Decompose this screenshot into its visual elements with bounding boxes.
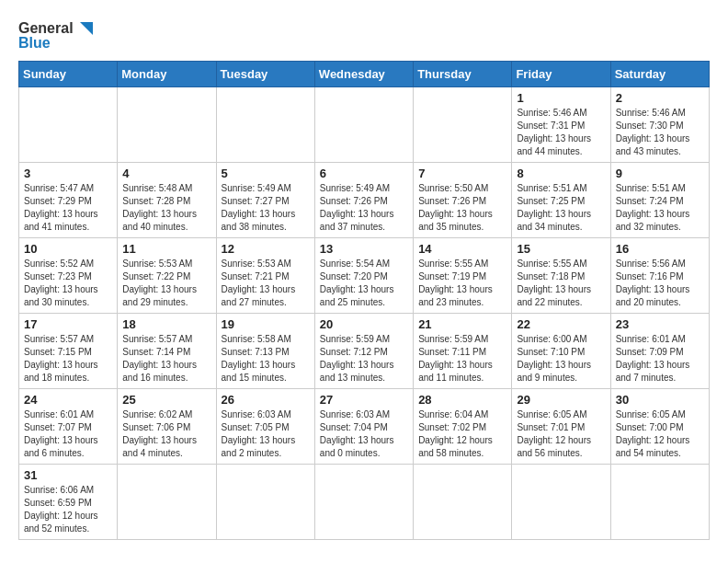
- day-number: 27: [320, 393, 408, 407]
- calendar-week-row: 1Sunrise: 5:46 AM Sunset: 7:31 PM Daylig…: [19, 87, 710, 163]
- logo-triangle-icon: [76, 18, 97, 39]
- calendar-cell: 31Sunrise: 6:06 AM Sunset: 6:59 PM Dayli…: [19, 465, 118, 540]
- calendar-week-row: 3Sunrise: 5:47 AM Sunset: 7:29 PM Daylig…: [19, 163, 710, 238]
- calendar-cell: 5Sunrise: 5:49 AM Sunset: 7:27 PM Daylig…: [216, 163, 314, 238]
- calendar-cell: [314, 87, 413, 163]
- day-number: 22: [517, 317, 605, 331]
- day-info: Sunrise: 5:50 AM Sunset: 7:26 PM Dayligh…: [418, 182, 506, 234]
- day-info: Sunrise: 5:57 AM Sunset: 7:15 PM Dayligh…: [24, 333, 112, 385]
- calendar-cell: 6Sunrise: 5:49 AM Sunset: 7:26 PM Daylig…: [314, 163, 413, 238]
- logo: General Blue: [18, 18, 97, 52]
- day-info: Sunrise: 5:59 AM Sunset: 7:12 PM Dayligh…: [320, 333, 408, 385]
- calendar-cell: 29Sunrise: 6:05 AM Sunset: 7:01 PM Dayli…: [512, 389, 610, 465]
- day-number: 25: [122, 393, 210, 407]
- calendar-cell: 17Sunrise: 5:57 AM Sunset: 7:15 PM Dayli…: [19, 314, 118, 389]
- day-info: Sunrise: 5:51 AM Sunset: 7:24 PM Dayligh…: [616, 182, 704, 234]
- day-number: 1: [517, 91, 605, 105]
- calendar-cell: 24Sunrise: 6:01 AM Sunset: 7:07 PM Dayli…: [19, 389, 118, 465]
- day-info: Sunrise: 5:54 AM Sunset: 7:20 PM Dayligh…: [320, 258, 408, 309]
- day-number: 14: [418, 242, 506, 256]
- calendar-cell: 10Sunrise: 5:52 AM Sunset: 7:23 PM Dayli…: [19, 238, 118, 314]
- day-info: Sunrise: 5:55 AM Sunset: 7:19 PM Dayligh…: [418, 258, 506, 309]
- calendar-week-row: 17Sunrise: 5:57 AM Sunset: 7:15 PM Dayli…: [19, 314, 710, 389]
- calendar-week-row: 31Sunrise: 6:06 AM Sunset: 6:59 PM Dayli…: [19, 465, 710, 540]
- day-number: 6: [320, 167, 408, 180]
- day-number: 12: [222, 242, 310, 256]
- day-number: 3: [24, 167, 112, 180]
- day-info: Sunrise: 6:06 AM Sunset: 6:59 PM Dayligh…: [24, 484, 112, 535]
- calendar-cell: 25Sunrise: 6:02 AM Sunset: 7:06 PM Dayli…: [118, 389, 216, 465]
- calendar-cell: 2Sunrise: 5:46 AM Sunset: 7:30 PM Daylig…: [610, 87, 709, 163]
- day-info: Sunrise: 6:05 AM Sunset: 7:01 PM Dayligh…: [517, 408, 605, 460]
- calendar-cell: 16Sunrise: 5:56 AM Sunset: 7:16 PM Dayli…: [610, 238, 709, 314]
- day-info: Sunrise: 5:51 AM Sunset: 7:25 PM Dayligh…: [517, 182, 605, 234]
- calendar-cell: [414, 87, 512, 163]
- calendar-cell: 22Sunrise: 6:00 AM Sunset: 7:10 PM Dayli…: [512, 314, 610, 389]
- day-info: Sunrise: 5:49 AM Sunset: 7:27 PM Dayligh…: [222, 182, 310, 234]
- day-number: 7: [418, 167, 506, 180]
- calendar-cell: [512, 465, 610, 540]
- day-info: Sunrise: 5:58 AM Sunset: 7:13 PM Dayligh…: [222, 333, 310, 385]
- weekday-header-wednesday: Wednesday: [314, 62, 413, 87]
- calendar-cell: [118, 465, 216, 540]
- calendar-cell: 4Sunrise: 5:48 AM Sunset: 7:28 PM Daylig…: [118, 163, 216, 238]
- calendar-cell: [216, 87, 314, 163]
- calendar-cell: [216, 465, 314, 540]
- day-number: 21: [418, 317, 506, 331]
- day-number: 11: [122, 242, 210, 256]
- day-info: Sunrise: 5:55 AM Sunset: 7:18 PM Dayligh…: [517, 258, 605, 309]
- calendar-cell: 15Sunrise: 5:55 AM Sunset: 7:18 PM Dayli…: [512, 238, 610, 314]
- calendar-cell: 28Sunrise: 6:04 AM Sunset: 7:02 PM Dayli…: [414, 389, 512, 465]
- calendar-cell: 20Sunrise: 5:59 AM Sunset: 7:12 PM Dayli…: [314, 314, 413, 389]
- calendar-cell: 18Sunrise: 5:57 AM Sunset: 7:14 PM Dayli…: [118, 314, 216, 389]
- day-number: 19: [222, 317, 310, 331]
- day-info: Sunrise: 5:48 AM Sunset: 7:28 PM Dayligh…: [122, 182, 210, 234]
- weekday-header-thursday: Thursday: [414, 62, 512, 87]
- day-number: 24: [24, 393, 112, 407]
- day-number: 15: [517, 242, 605, 256]
- calendar-cell: 12Sunrise: 5:53 AM Sunset: 7:21 PM Dayli…: [216, 238, 314, 314]
- day-number: 4: [122, 167, 210, 180]
- day-info: Sunrise: 6:00 AM Sunset: 7:10 PM Dayligh…: [517, 333, 605, 385]
- weekday-header-tuesday: Tuesday: [216, 62, 314, 87]
- day-number: 18: [122, 317, 210, 331]
- calendar-header-row: SundayMondayTuesdayWednesdayThursdayFrid…: [19, 62, 710, 87]
- day-number: 31: [24, 468, 112, 482]
- day-info: Sunrise: 5:57 AM Sunset: 7:14 PM Dayligh…: [122, 333, 210, 385]
- weekday-header-sunday: Sunday: [19, 62, 118, 87]
- day-number: 20: [320, 317, 408, 331]
- calendar-cell: 13Sunrise: 5:54 AM Sunset: 7:20 PM Dayli…: [314, 238, 413, 314]
- day-info: Sunrise: 6:03 AM Sunset: 7:05 PM Dayligh…: [222, 408, 310, 460]
- calendar-cell: 7Sunrise: 5:50 AM Sunset: 7:26 PM Daylig…: [414, 163, 512, 238]
- day-info: Sunrise: 6:03 AM Sunset: 7:04 PM Dayligh…: [320, 408, 408, 460]
- calendar-cell: 26Sunrise: 6:03 AM Sunset: 7:05 PM Dayli…: [216, 389, 314, 465]
- day-info: Sunrise: 6:01 AM Sunset: 7:09 PM Dayligh…: [616, 333, 704, 385]
- calendar-cell: [19, 87, 118, 163]
- day-info: Sunrise: 6:01 AM Sunset: 7:07 PM Dayligh…: [24, 408, 112, 460]
- day-info: Sunrise: 5:59 AM Sunset: 7:11 PM Dayligh…: [418, 333, 506, 385]
- day-info: Sunrise: 5:49 AM Sunset: 7:26 PM Dayligh…: [320, 182, 408, 234]
- calendar-week-row: 10Sunrise: 5:52 AM Sunset: 7:23 PM Dayli…: [19, 238, 710, 314]
- calendar-cell: 30Sunrise: 6:05 AM Sunset: 7:00 PM Dayli…: [610, 389, 709, 465]
- day-info: Sunrise: 5:46 AM Sunset: 7:30 PM Dayligh…: [616, 107, 704, 158]
- day-info: Sunrise: 5:52 AM Sunset: 7:23 PM Dayligh…: [24, 258, 112, 309]
- calendar-cell: [414, 465, 512, 540]
- day-info: Sunrise: 5:53 AM Sunset: 7:21 PM Dayligh…: [222, 258, 310, 309]
- day-info: Sunrise: 5:47 AM Sunset: 7:29 PM Dayligh…: [24, 182, 112, 234]
- calendar-cell: 11Sunrise: 5:53 AM Sunset: 7:22 PM Dayli…: [118, 238, 216, 314]
- day-info: Sunrise: 5:46 AM Sunset: 7:31 PM Dayligh…: [517, 107, 605, 158]
- day-number: 10: [24, 242, 112, 256]
- calendar-table: SundayMondayTuesdayWednesdayThursdayFrid…: [18, 61, 710, 540]
- day-info: Sunrise: 6:05 AM Sunset: 7:00 PM Dayligh…: [616, 408, 704, 460]
- calendar-cell: 27Sunrise: 6:03 AM Sunset: 7:04 PM Dayli…: [314, 389, 413, 465]
- calendar-cell: [314, 465, 413, 540]
- svg-marker-0: [80, 22, 93, 35]
- logo-blue: Blue: [18, 35, 51, 52]
- weekday-header-saturday: Saturday: [610, 62, 709, 87]
- day-info: Sunrise: 5:53 AM Sunset: 7:22 PM Dayligh…: [122, 258, 210, 309]
- calendar-cell: 1Sunrise: 5:46 AM Sunset: 7:31 PM Daylig…: [512, 87, 610, 163]
- page-header: General Blue: [18, 18, 710, 52]
- day-info: Sunrise: 6:04 AM Sunset: 7:02 PM Dayligh…: [418, 408, 506, 460]
- day-number: 8: [517, 167, 605, 180]
- calendar-cell: 9Sunrise: 5:51 AM Sunset: 7:24 PM Daylig…: [610, 163, 709, 238]
